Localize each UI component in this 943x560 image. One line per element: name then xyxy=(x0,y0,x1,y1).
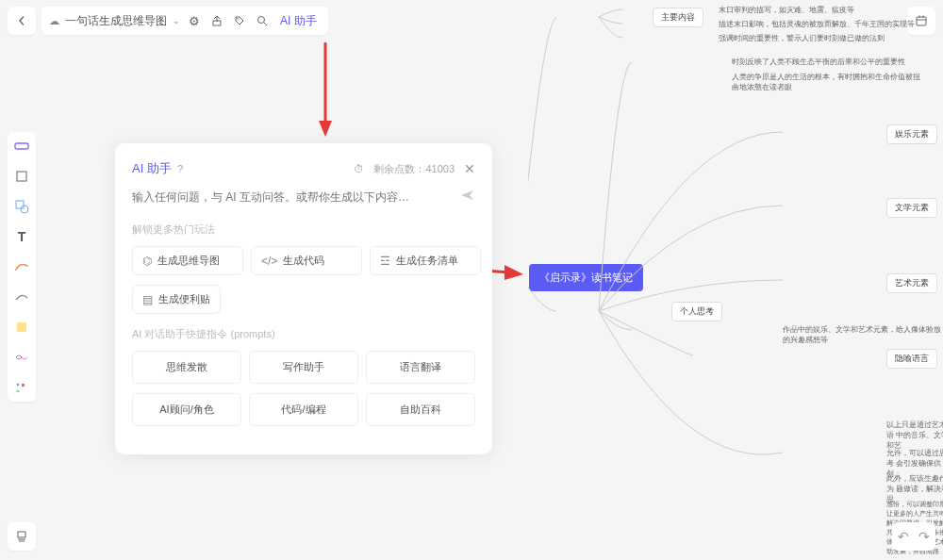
send-button[interactable] xyxy=(460,189,475,206)
layers-button[interactable] xyxy=(8,522,36,551)
back-button[interactable] xyxy=(8,7,36,35)
remaining-points: 剩余点数：41003 xyxy=(373,162,455,176)
prompt-encyclopedia[interactable]: 自助百科 xyxy=(366,393,475,426)
redo-button[interactable]: ↷ xyxy=(918,529,930,544)
mindmap-canvas[interactable]: 主要内容 末日审判的描写，如灾难、地震、瘟疫等 描述末日影响，包括灵魂的被放而解… xyxy=(641,0,943,560)
mm-main-content[interactable]: 主要内容 xyxy=(653,8,703,27)
settings-icon[interactable]: ⚙ xyxy=(186,12,203,29)
prompt-coding[interactable]: 代码/编程 xyxy=(249,393,358,426)
prompt-brainstorm[interactable]: 思维发散 xyxy=(132,351,241,384)
top-toolbar: ☁ 一句话生成思维导图 ⌄ ⚙ AI 助手 xyxy=(8,7,328,35)
svg-rect-8 xyxy=(15,143,28,149)
svg-marker-21 xyxy=(505,265,523,280)
mm-leaf[interactable]: 时刻反映了人类不顾生态平衡的后果和公平的重要性 xyxy=(732,57,905,67)
close-button[interactable]: ✕ xyxy=(464,161,475,176)
mm-metaphor[interactable]: 隐喻语言 xyxy=(886,349,937,369)
ai-assistant-button[interactable]: AI 助手 xyxy=(276,13,321,29)
clock-icon: ⏱ xyxy=(354,163,364,174)
mm-leaf[interactable]: 描述末日影响，包括灵魂的被放而解放、千年王国的实现等 xyxy=(719,19,915,29)
cloud-icon: ☁ xyxy=(49,15,59,27)
mm-art[interactable]: 艺术元素 xyxy=(886,273,937,293)
svg-rect-14 xyxy=(22,384,25,387)
note-icon: ▤ xyxy=(142,293,153,306)
svg-rect-12 xyxy=(17,322,26,332)
shape-tool[interactable] xyxy=(13,198,30,215)
prompt-writing[interactable]: 写作助手 xyxy=(249,351,358,384)
mm-leaf[interactable]: 强调时间的重要性，警示人们要时刻做已做的法则 xyxy=(719,33,885,43)
annotation-arrow-down xyxy=(311,38,349,141)
code-icon: </> xyxy=(261,255,277,268)
undo-redo-bar: ↶ ↷ xyxy=(892,522,935,551)
more-tool[interactable] xyxy=(13,379,30,396)
svg-point-1 xyxy=(237,18,239,20)
mindmap-icon: ⌬ xyxy=(142,255,152,268)
sticky-note-tool[interactable] xyxy=(13,319,30,336)
mm-leaf[interactable]: 人类的争原是人的生活的根本，有时拥抱和生命价值被扭曲地浓憨在读者眼 xyxy=(732,72,920,92)
mm-literature[interactable]: 文学元素 xyxy=(886,198,937,218)
undo-button[interactable]: ↶ xyxy=(898,529,909,544)
document-title: 一句话生成思维导图 xyxy=(65,13,167,29)
generate-mindmap-button[interactable]: ⌬生成思维导图 xyxy=(132,246,243,275)
svg-rect-9 xyxy=(17,172,26,181)
generate-tasklist-button[interactable]: ☲生成任务清单 xyxy=(370,246,481,275)
mm-leaf[interactable]: 以上只是通过艺术语 中的音乐、文学和艺 xyxy=(886,420,943,451)
list-icon: ☲ xyxy=(380,255,390,268)
generate-sticky-button[interactable]: ▤生成便利贴 xyxy=(132,285,221,314)
svg-rect-15 xyxy=(18,532,25,537)
tag-icon[interactable] xyxy=(231,12,248,29)
svg-point-11 xyxy=(21,206,28,213)
prompt-translate[interactable]: 语言翻译 xyxy=(366,351,475,384)
help-icon[interactable]: ? xyxy=(177,163,183,174)
mm-leaf[interactable]: 作品中的娱乐、文学和艺术元素，给人像体验放的兴趣感想等 xyxy=(783,324,943,345)
frame-tool[interactable] xyxy=(13,168,30,185)
export-icon[interactable] xyxy=(208,12,225,29)
prompt-advisor[interactable]: AI顾问/角色 xyxy=(132,393,241,426)
search-icon[interactable] xyxy=(254,12,271,29)
svg-line-3 xyxy=(264,23,267,25)
text-tool[interactable]: T xyxy=(13,228,30,245)
mm-entertainment[interactable]: 娱乐元素 xyxy=(886,124,937,144)
ai-panel-title: AI 助手 xyxy=(132,160,172,177)
select-tool[interactable] xyxy=(13,138,30,155)
mm-personal[interactable]: 个人思考 xyxy=(671,302,722,321)
ai-assistant-panel: AI 助手 ? ⏱ 剩余点数：41003 ✕ 解锁更多热门玩法 ⌬生成思维导图 … xyxy=(115,143,492,454)
generate-code-button[interactable]: </>生成代码 xyxy=(251,246,362,275)
svg-marker-19 xyxy=(319,121,332,137)
chevron-down-icon: ⌄ xyxy=(173,16,180,25)
ai-prompt-input[interactable] xyxy=(132,190,453,204)
svg-point-2 xyxy=(258,17,265,24)
pen-tool[interactable] xyxy=(13,258,30,275)
svg-point-13 xyxy=(17,384,19,386)
connector-tool[interactable] xyxy=(13,288,30,305)
mindmap-tool[interactable] xyxy=(13,349,30,366)
document-title-box[interactable]: ☁ 一句话生成思维导图 ⌄ ⚙ AI 助手 xyxy=(41,7,328,35)
generate-section-label: 解锁更多热门玩法 xyxy=(132,222,475,237)
svg-rect-10 xyxy=(16,201,24,208)
prompts-section-label: AI 对话助手快捷指令 (prompts) xyxy=(132,327,475,341)
left-toolbar: T xyxy=(8,132,36,402)
mm-leaf[interactable]: 末日审判的描写，如灾难、地震、瘟疫等 xyxy=(719,5,854,15)
